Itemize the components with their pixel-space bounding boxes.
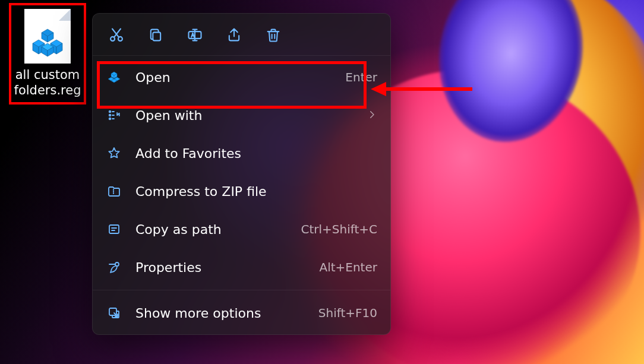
menu-open-label: Open — [135, 70, 338, 85]
menu-open[interactable]: Open Enter — [93, 58, 390, 96]
menu-add-favorites[interactable]: Add to Favorites — [93, 134, 390, 172]
properties-icon — [106, 259, 122, 276]
menu-copy-path-shortcut: Ctrl+Shift+C — [301, 222, 377, 236]
menu-copy-path-label: Copy as path — [135, 222, 293, 237]
chevron-right-icon — [367, 108, 377, 123]
menu-list: Open Enter Open with — [93, 56, 390, 334]
menu-properties[interactable]: Properties Alt+Enter — [93, 248, 390, 286]
svg-rect-25 — [109, 225, 119, 233]
star-icon — [106, 145, 122, 162]
context-menu: Open Enter Open with — [92, 13, 391, 335]
svg-rect-14 — [153, 32, 160, 40]
cut-button[interactable] — [103, 22, 130, 48]
menu-compress-label: Compress to ZIP file — [135, 184, 377, 199]
svg-point-22 — [109, 111, 111, 113]
copy-path-icon — [106, 221, 122, 238]
menu-properties-label: Properties — [135, 260, 312, 275]
menu-compress-zip[interactable]: Compress to ZIP file — [93, 172, 390, 210]
reg-file-icon — [106, 69, 122, 86]
delete-button[interactable] — [260, 22, 286, 48]
menu-open-shortcut: Enter — [345, 70, 377, 84]
menu-show-more-label: Show more options — [135, 306, 311, 321]
menu-open-with[interactable]: Open with — [93, 96, 390, 134]
copy-icon — [147, 27, 164, 43]
svg-point-23 — [109, 115, 111, 116]
menu-show-more-shortcut: Shift+F10 — [318, 306, 377, 320]
desktop-file-label: all custom folders.reg — [14, 67, 81, 99]
reg-file-icon — [24, 9, 71, 64]
zip-icon — [106, 183, 122, 200]
menu-add-favorites-label: Add to Favorites — [135, 146, 377, 161]
menu-show-more[interactable]: Show more options Shift+F10 — [93, 294, 390, 332]
copy-button[interactable] — [143, 22, 169, 48]
rename-icon — [187, 27, 203, 43]
menu-open-with-label: Open with — [135, 108, 359, 123]
share-button[interactable] — [221, 22, 247, 48]
menu-separator — [93, 290, 390, 290]
svg-point-24 — [109, 118, 111, 120]
more-options-icon — [106, 305, 122, 321]
menu-copy-path[interactable]: Copy as path Ctrl+Shift+C — [93, 210, 390, 248]
rename-button[interactable] — [182, 22, 208, 48]
menu-properties-shortcut: Alt+Enter — [319, 260, 377, 274]
desktop-reg-file[interactable]: all custom folders.reg — [9, 3, 86, 105]
quick-actions-row — [93, 14, 390, 56]
open-with-icon — [106, 107, 122, 124]
delete-icon — [265, 27, 282, 43]
share-icon — [226, 27, 242, 43]
cut-icon — [108, 27, 125, 43]
